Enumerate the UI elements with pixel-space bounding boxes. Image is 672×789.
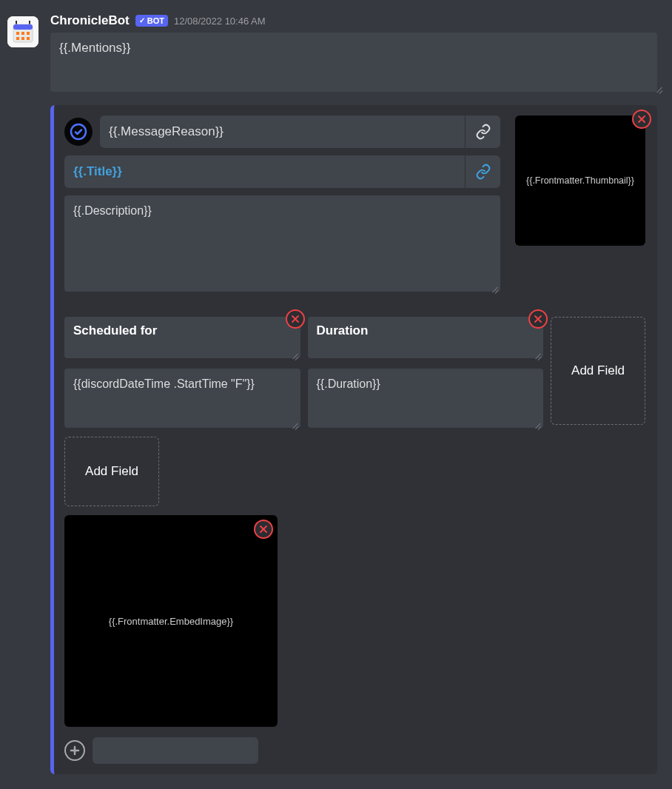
title-link-button[interactable] <box>465 155 500 188</box>
field-value-input[interactable] <box>308 369 544 428</box>
embed-thumbnail[interactable]: {{.Frontmatter.Thumbnail}} <box>515 115 645 246</box>
embed-author-icon[interactable] <box>64 118 93 146</box>
author-name: ChronicleBot <box>50 13 130 28</box>
field-value-input[interactable] <box>64 369 300 428</box>
add-field-button[interactable]: Add Field <box>551 317 645 425</box>
close-icon <box>291 315 300 323</box>
svg-rect-2 <box>29 21 30 24</box>
link-icon <box>475 164 491 180</box>
remove-field-button[interactable] <box>286 309 305 329</box>
timestamp: 12/08/2022 10:46 AM <box>174 16 266 27</box>
field-name-input[interactable] <box>308 317 544 358</box>
svg-rect-5 <box>16 32 19 35</box>
mentions-textarea[interactable] <box>50 33 657 92</box>
svg-rect-7 <box>27 32 30 35</box>
remove-image-button[interactable] <box>254 520 273 539</box>
embed-card: {{.MessageReason}} {{.Title}} <box>50 105 657 774</box>
bot-avatar <box>7 16 38 47</box>
plus-icon <box>70 745 80 756</box>
field-name-input[interactable] <box>64 317 300 358</box>
svg-rect-8 <box>16 37 19 40</box>
link-icon <box>475 124 491 140</box>
verified-check-icon: ✓ <box>139 16 145 26</box>
bot-badge: ✓ BOT <box>135 15 168 27</box>
embed-description-textarea[interactable] <box>64 195 500 292</box>
bot-tag-text: BOT <box>147 16 164 26</box>
remove-thumbnail-button[interactable] <box>632 110 651 129</box>
svg-rect-1 <box>16 21 17 24</box>
close-icon <box>534 315 542 323</box>
author-link-button[interactable] <box>465 115 500 148</box>
svg-rect-6 <box>21 32 24 35</box>
add-field-button[interactable]: Add Field <box>64 437 159 506</box>
close-icon <box>637 115 646 124</box>
footer-text-input[interactable] <box>93 737 258 764</box>
embed-image[interactable]: {{.Frontmatter.EmbedImage}} <box>64 515 278 727</box>
footer-icon-add-button[interactable] <box>64 740 85 761</box>
embed-image-label: {{.Frontmatter.EmbedImage}} <box>109 616 233 627</box>
embed-author-input[interactable]: {{.MessageReason}} <box>100 115 465 148</box>
message-header: ChronicleBot ✓ BOT 12/08/2022 10:46 AM <box>50 13 665 28</box>
remove-field-button[interactable] <box>528 309 548 329</box>
thumbnail-label: {{.Frontmatter.Thumbnail}} <box>526 175 634 186</box>
svg-rect-10 <box>27 37 30 40</box>
svg-rect-4 <box>13 24 33 30</box>
svg-rect-9 <box>21 37 24 40</box>
close-icon <box>259 525 268 534</box>
embed-title-input[interactable]: {{.Title}} <box>64 155 465 188</box>
